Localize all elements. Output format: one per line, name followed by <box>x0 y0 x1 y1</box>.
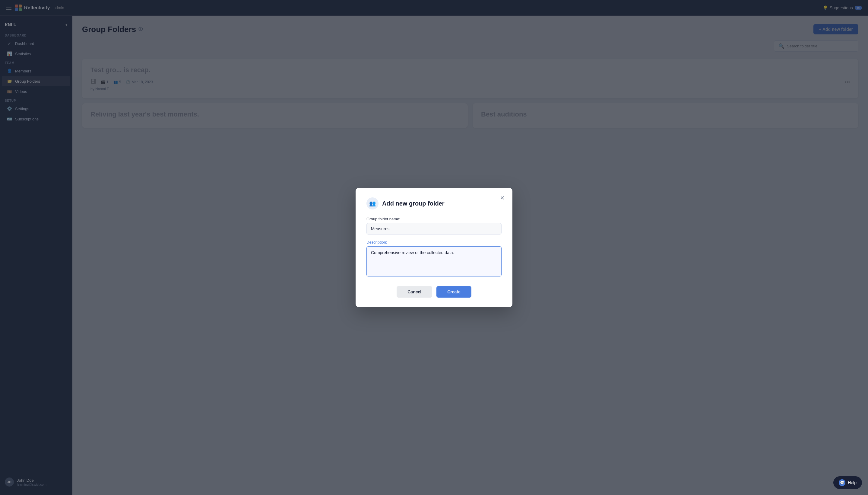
modal-actions: Cancel Create <box>367 286 501 297</box>
help-label: Help <box>848 480 856 485</box>
description-textarea[interactable]: Comprehensive review of the collected da… <box>367 246 501 276</box>
cancel-button[interactable]: Cancel <box>396 286 432 297</box>
modal-icon: 👥 <box>367 198 378 209</box>
modal-close-button[interactable]: ✕ <box>498 194 507 202</box>
group-folder-icon: 👥 <box>369 200 376 207</box>
description-label: Description: <box>367 240 501 244</box>
create-button[interactable]: Create <box>437 286 472 297</box>
modal-title: Add new group folder <box>382 200 445 207</box>
add-group-folder-modal: 👥 Add new group folder ✕ Group folder na… <box>356 188 512 307</box>
help-icon: 💬 <box>839 479 845 486</box>
modal-header: 👥 Add new group folder <box>367 198 501 209</box>
help-button[interactable]: 💬 Help <box>833 476 862 489</box>
name-label: Group folder name: <box>367 217 501 221</box>
folder-name-input[interactable] <box>367 223 501 235</box>
modal-overlay: 👥 Add new group folder ✕ Group folder na… <box>0 0 868 495</box>
